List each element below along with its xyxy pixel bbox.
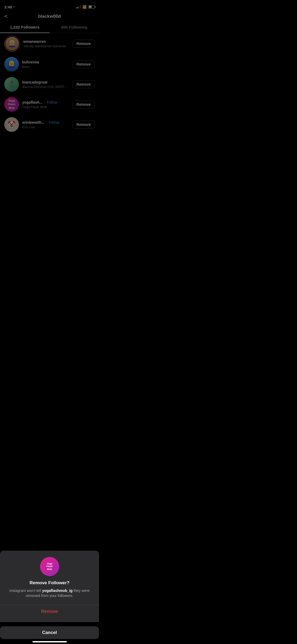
avatar[interactable]: YogaFlashMob bbox=[4, 97, 19, 112]
list-item: YogaFlashMob yogaflash... · Follow Yoga … bbox=[0, 94, 99, 114]
avatar-image: YogaFlashMob bbox=[4, 97, 19, 112]
avatar-image: 👩‍🦳 bbox=[5, 37, 19, 50]
page-title: blackw00d bbox=[38, 14, 61, 19]
display-name: Bianca DeGroat CHt, APRT... bbox=[22, 85, 69, 89]
display-name: Bren bbox=[22, 65, 69, 69]
display-name: Yoga Flash Mob bbox=[22, 105, 69, 109]
back-button[interactable]: < bbox=[4, 13, 8, 20]
follower-info: erinleewith... · Follow Erin Lee bbox=[22, 120, 69, 129]
avatar-image: 🚶‍♀️ bbox=[4, 77, 19, 92]
tab-following[interactable]: 806 Following bbox=[50, 22, 99, 33]
avatar[interactable]: 🚶‍♀️ bbox=[4, 77, 19, 92]
followers-list: 👩‍🦳 wmanwarren Wendy Manwarren Generes R… bbox=[0, 33, 99, 135]
status-icons: 📶 bbox=[76, 5, 95, 9]
list-item: 👩‍🦳 wmanwarren Wendy Manwarren Generes R… bbox=[0, 33, 99, 54]
display-name: Wendy Manwarren Generes bbox=[23, 44, 69, 48]
avatar-image: 👱‍♀️ bbox=[4, 57, 19, 72]
follower-info: wmanwarren Wendy Manwarren Generes bbox=[23, 39, 69, 48]
username: erinleewith... · Follow bbox=[22, 120, 69, 125]
remove-button[interactable]: Remove bbox=[73, 40, 95, 48]
tab-followers[interactable]: 1,232 Followers bbox=[0, 22, 50, 33]
follower-info: biancadegroat Bianca DeGroat CHt, APRT..… bbox=[22, 80, 69, 89]
status-time: 3:40 ‣ bbox=[4, 5, 15, 9]
username: biancadegroat bbox=[22, 80, 69, 84]
tabs: 1,232 Followers 806 Following bbox=[0, 22, 99, 33]
avatar-image: 🤡 bbox=[4, 117, 19, 132]
battery-icon bbox=[88, 5, 95, 9]
list-item: 🚶‍♀️ biancadegroat Bianca DeGroat CHt, A… bbox=[0, 74, 99, 94]
location-icon: ‣ bbox=[13, 5, 15, 9]
avatar[interactable]: 👩‍🦳 bbox=[4, 36, 20, 52]
status-bar: 3:40 ‣ 📶 bbox=[0, 0, 99, 12]
avatar[interactable]: 🤡 bbox=[4, 117, 19, 132]
list-item: 🤡 erinleewith... · Follow Erin Lee Remov… bbox=[0, 114, 99, 135]
username: wmanwarren bbox=[23, 39, 69, 44]
follow-button[interactable]: Follow bbox=[47, 100, 57, 104]
avatar[interactable]: 👱‍♀️ bbox=[4, 57, 19, 72]
remove-button[interactable]: Remove bbox=[73, 121, 95, 128]
username: buhrenna bbox=[22, 60, 69, 64]
list-item: 👱‍♀️ buhrenna Bren Remove bbox=[0, 54, 99, 74]
follow-button[interactable]: Follow bbox=[49, 120, 59, 125]
follower-info: buhrenna Bren bbox=[22, 60, 69, 69]
remove-button[interactable]: Remove bbox=[73, 80, 95, 88]
remove-button[interactable]: Remove bbox=[73, 100, 95, 108]
header: < blackw00d bbox=[0, 12, 99, 22]
wifi-icon: 📶 bbox=[82, 5, 87, 9]
follower-info: yogaflash... · Follow Yoga Flash Mob bbox=[22, 100, 69, 109]
username: yogaflash... · Follow bbox=[22, 100, 69, 104]
remove-button[interactable]: Remove bbox=[73, 60, 95, 68]
display-name: Erin Lee bbox=[22, 125, 69, 129]
signal-icon bbox=[76, 5, 81, 8]
